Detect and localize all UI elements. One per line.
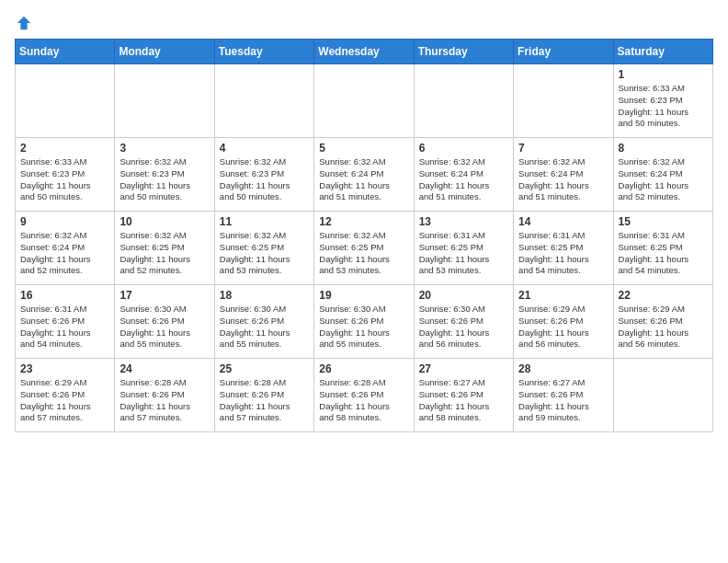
day-info: Sunrise: 6:31 AMSunset: 6:25 PMDaylight:… <box>518 230 608 277</box>
calendar-week-row: 9Sunrise: 6:32 AMSunset: 6:24 PMDaylight… <box>16 212 713 285</box>
day-info: Sunrise: 6:32 AMSunset: 6:24 PMDaylight:… <box>518 156 608 203</box>
day-info: Sunrise: 6:30 AMSunset: 6:26 PMDaylight:… <box>419 304 508 350</box>
calendar-cell: 12Sunrise: 6:32 AMSunset: 6:25 PMDayligh… <box>314 212 414 285</box>
calendar-cell: 24Sunrise: 6:28 AMSunset: 6:26 PMDayligh… <box>115 359 214 432</box>
weekday-header-friday: Friday <box>514 40 613 64</box>
calendar-cell: 16Sunrise: 6:31 AMSunset: 6:26 PMDayligh… <box>16 285 115 359</box>
calendar-cell: 11Sunrise: 6:32 AMSunset: 6:25 PMDayligh… <box>214 212 313 285</box>
day-number: 18 <box>220 289 309 302</box>
day-number: 27 <box>419 362 508 375</box>
calendar-cell: 2Sunrise: 6:33 AMSunset: 6:23 PMDaylight… <box>16 138 115 212</box>
day-info: Sunrise: 6:32 AMSunset: 6:25 PMDaylight:… <box>220 230 309 277</box>
day-info: Sunrise: 6:32 AMSunset: 6:24 PMDaylight:… <box>619 156 708 203</box>
day-number: 4 <box>220 142 309 155</box>
calendar-cell <box>414 64 513 138</box>
svg-marker-0 <box>17 17 30 29</box>
day-info: Sunrise: 6:29 AMSunset: 6:26 PMDaylight:… <box>20 377 109 424</box>
day-number: 11 <box>220 215 309 228</box>
calendar-cell: 27Sunrise: 6:27 AMSunset: 6:26 PMDayligh… <box>414 359 513 432</box>
calendar-cell: 10Sunrise: 6:32 AMSunset: 6:25 PMDayligh… <box>115 212 214 285</box>
calendar-week-row: 2Sunrise: 6:33 AMSunset: 6:23 PMDaylight… <box>16 138 713 212</box>
calendar-cell: 4Sunrise: 6:32 AMSunset: 6:23 PMDaylight… <box>214 138 313 212</box>
calendar-cell: 21Sunrise: 6:29 AMSunset: 6:26 PMDayligh… <box>514 285 613 359</box>
day-number: 3 <box>119 142 209 155</box>
calendar-table: SundayMondayTuesdayWednesdayThursdayFrid… <box>15 39 713 432</box>
day-number: 12 <box>319 215 408 228</box>
calendar-cell: 23Sunrise: 6:29 AMSunset: 6:26 PMDayligh… <box>16 359 115 432</box>
calendar-cell: 25Sunrise: 6:28 AMSunset: 6:26 PMDayligh… <box>214 359 313 432</box>
weekday-header-monday: Monday <box>115 40 214 64</box>
weekday-header-tuesday: Tuesday <box>214 40 313 64</box>
day-number: 20 <box>419 289 508 302</box>
day-number: 14 <box>518 215 608 228</box>
logo <box>15 15 32 28</box>
weekday-header-wednesday: Wednesday <box>314 40 414 64</box>
calendar-cell <box>214 64 313 138</box>
calendar-cell <box>314 64 414 138</box>
day-info: Sunrise: 6:30 AMSunset: 6:26 PMDaylight:… <box>220 304 309 350</box>
calendar-cell <box>115 64 214 138</box>
calendar-cell: 8Sunrise: 6:32 AMSunset: 6:24 PMDaylight… <box>613 138 712 212</box>
calendar-week-row: 23Sunrise: 6:29 AMSunset: 6:26 PMDayligh… <box>16 359 713 432</box>
calendar-cell: 26Sunrise: 6:28 AMSunset: 6:26 PMDayligh… <box>314 359 414 432</box>
day-info: Sunrise: 6:27 AMSunset: 6:26 PMDaylight:… <box>518 377 608 424</box>
day-info: Sunrise: 6:32 AMSunset: 6:24 PMDaylight:… <box>20 230 109 277</box>
day-info: Sunrise: 6:28 AMSunset: 6:26 PMDaylight:… <box>220 377 309 424</box>
weekday-header-sunday: Sunday <box>16 40 115 64</box>
calendar-cell <box>16 64 115 138</box>
page-header <box>15 15 713 28</box>
calendar-cell: 6Sunrise: 6:32 AMSunset: 6:24 PMDaylight… <box>414 138 513 212</box>
calendar-cell: 3Sunrise: 6:32 AMSunset: 6:23 PMDaylight… <box>115 138 214 212</box>
day-info: Sunrise: 6:31 AMSunset: 6:25 PMDaylight:… <box>419 230 508 277</box>
day-number: 6 <box>419 142 508 155</box>
day-number: 8 <box>619 142 708 155</box>
day-number: 24 <box>119 362 209 375</box>
day-number: 13 <box>419 215 508 228</box>
calendar-cell: 9Sunrise: 6:32 AMSunset: 6:24 PMDaylight… <box>16 212 115 285</box>
day-number: 15 <box>619 215 708 228</box>
day-number: 2 <box>20 142 109 155</box>
calendar-cell: 7Sunrise: 6:32 AMSunset: 6:24 PMDaylight… <box>514 138 613 212</box>
day-number: 10 <box>119 215 209 228</box>
day-number: 5 <box>319 142 408 155</box>
day-number: 1 <box>619 68 708 81</box>
day-info: Sunrise: 6:29 AMSunset: 6:26 PMDaylight:… <box>518 304 608 350</box>
day-number: 7 <box>518 142 608 155</box>
day-info: Sunrise: 6:33 AMSunset: 6:23 PMDaylight:… <box>20 156 109 203</box>
day-number: 19 <box>319 289 408 302</box>
day-number: 16 <box>20 289 109 302</box>
calendar-week-row: 16Sunrise: 6:31 AMSunset: 6:26 PMDayligh… <box>16 285 713 359</box>
day-number: 25 <box>220 362 309 375</box>
day-info: Sunrise: 6:29 AMSunset: 6:26 PMDaylight:… <box>619 304 708 350</box>
day-info: Sunrise: 6:32 AMSunset: 6:23 PMDaylight:… <box>119 156 209 203</box>
day-info: Sunrise: 6:32 AMSunset: 6:23 PMDaylight:… <box>220 156 309 203</box>
day-number: 17 <box>119 289 209 302</box>
calendar-cell: 15Sunrise: 6:31 AMSunset: 6:25 PMDayligh… <box>613 212 712 285</box>
day-number: 21 <box>518 289 608 302</box>
logo-icon <box>16 15 32 31</box>
calendar-cell: 1Sunrise: 6:33 AMSunset: 6:23 PMDaylight… <box>613 64 712 138</box>
day-number: 28 <box>518 362 608 375</box>
calendar-cell <box>613 359 712 432</box>
calendar-cell: 5Sunrise: 6:32 AMSunset: 6:24 PMDaylight… <box>314 138 414 212</box>
day-info: Sunrise: 6:27 AMSunset: 6:26 PMDaylight:… <box>419 377 508 424</box>
calendar-cell: 13Sunrise: 6:31 AMSunset: 6:25 PMDayligh… <box>414 212 513 285</box>
day-number: 26 <box>319 362 408 375</box>
day-info: Sunrise: 6:32 AMSunset: 6:25 PMDaylight:… <box>319 230 408 277</box>
day-info: Sunrise: 6:31 AMSunset: 6:25 PMDaylight:… <box>619 230 708 277</box>
day-info: Sunrise: 6:32 AMSunset: 6:24 PMDaylight:… <box>419 156 508 203</box>
day-info: Sunrise: 6:32 AMSunset: 6:25 PMDaylight:… <box>119 230 209 277</box>
calendar-header-row: SundayMondayTuesdayWednesdayThursdayFrid… <box>16 40 713 64</box>
calendar-cell: 19Sunrise: 6:30 AMSunset: 6:26 PMDayligh… <box>314 285 414 359</box>
day-info: Sunrise: 6:28 AMSunset: 6:26 PMDaylight:… <box>119 377 209 424</box>
calendar-cell <box>514 64 613 138</box>
calendar-cell: 14Sunrise: 6:31 AMSunset: 6:25 PMDayligh… <box>514 212 613 285</box>
calendar-cell: 17Sunrise: 6:30 AMSunset: 6:26 PMDayligh… <box>115 285 214 359</box>
calendar-week-row: 1Sunrise: 6:33 AMSunset: 6:23 PMDaylight… <box>16 64 713 138</box>
weekday-header-thursday: Thursday <box>414 40 513 64</box>
calendar-cell: 22Sunrise: 6:29 AMSunset: 6:26 PMDayligh… <box>613 285 712 359</box>
day-info: Sunrise: 6:30 AMSunset: 6:26 PMDaylight:… <box>319 304 408 350</box>
day-info: Sunrise: 6:33 AMSunset: 6:23 PMDaylight:… <box>619 83 708 130</box>
calendar-cell: 20Sunrise: 6:30 AMSunset: 6:26 PMDayligh… <box>414 285 513 359</box>
day-number: 23 <box>20 362 109 375</box>
